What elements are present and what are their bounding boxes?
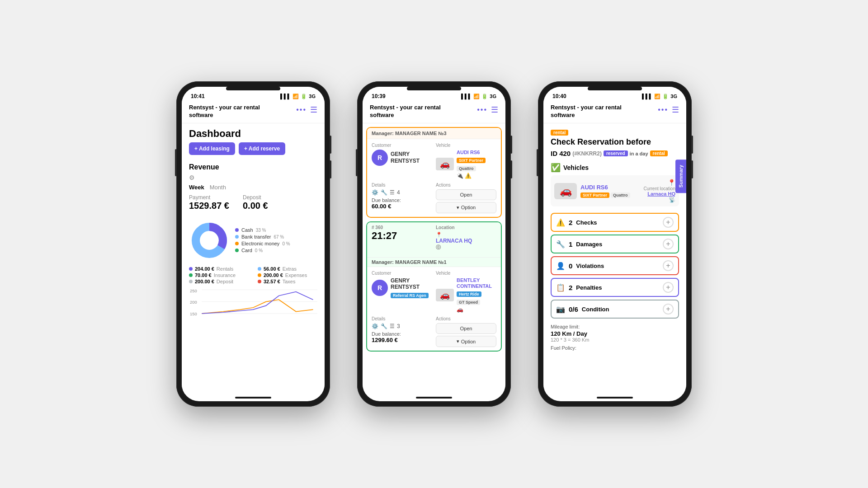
app-header-3: Rentsyst - your car rental software ••• … [543, 101, 686, 123]
add-leasing-button[interactable]: + Add leasing [189, 142, 235, 155]
rental-badge-top: rental [551, 130, 568, 136]
customer-vehicle-row-2: Customer R GENRY RENTSYST Referral RS Ag… [372, 271, 496, 313]
legend-dot-emoney [235, 242, 239, 245]
legend-label-cash: Cash [241, 227, 253, 233]
phone-notch-2 [407, 87, 461, 90]
checks-row[interactable]: ⚠️ 2 Checks + [551, 213, 679, 232]
val-rentals: 204.00 € [195, 266, 214, 272]
tool-icon-1: 🔧 [381, 189, 387, 196]
lbl-insurance: Insurance [214, 272, 236, 278]
vol-down-button-2[interactable] [510, 160, 512, 178]
card-manager-1: Manager: MANAGER NAME №3 [367, 128, 501, 139]
vol-up-button-1[interactable] [330, 136, 331, 154]
referral-badge: Referral RS Agen [391, 293, 429, 298]
check-title: Check Reservation before [551, 137, 679, 147]
due-balance-1: Due balance: [372, 197, 432, 203]
val-expenses: 200.00 € [264, 272, 283, 278]
damages-add-button[interactable]: + [663, 239, 674, 249]
week-tab[interactable]: Week [189, 184, 204, 191]
lbl-extras: Extras [283, 266, 297, 272]
in-a-day: in a day [630, 151, 648, 156]
payment-label: Payment [189, 194, 229, 201]
menu-icon-2[interactable]: ☰ [491, 105, 498, 115]
vehicle-icons-2: 🚗 [457, 306, 496, 313]
filter-icon[interactable]: ⚙ [189, 174, 317, 181]
month-tab[interactable]: Month [210, 184, 226, 191]
more-dots-icon-2[interactable]: ••• [477, 106, 487, 114]
detail-icons-1: ⚙️ 🔧 ☰ 4 [372, 189, 432, 196]
card-body-2: Customer R GENRY RENTSYST Referral RS Ag… [367, 267, 501, 351]
customer-info-2: R GENRY RENTSYST Referral RS Agen [372, 277, 432, 299]
penalties-add-button[interactable]: + [663, 282, 674, 293]
menu-icon-1[interactable]: ☰ [310, 105, 317, 115]
menu-icon-3[interactable]: ☰ [672, 105, 679, 115]
summary-tab[interactable]: Summary [675, 160, 686, 193]
amount-deposit: 200.00 € Deposit [189, 279, 249, 284]
section-title-row: ✅ Vehicles [551, 163, 589, 173]
deposit-label: Deposit [243, 194, 268, 201]
customer-info-1: R GENRY RENTSYST [372, 150, 432, 166]
vehicle-card-thumb: 🚗 [554, 183, 577, 199]
card-body-1: Customer R GENRY RENTSYST Vehicle 🚗 [367, 139, 501, 217]
details-col-1: Details ⚙️ 🔧 ☰ 4 Due balance: 60.00 € [372, 183, 432, 210]
condition-label: Condition [582, 306, 609, 313]
vehicle-col-2: Vehicle 🚗 BENTLEY CONTINENTAL Hertz Ride… [436, 271, 496, 313]
sixt-badge-3: SIXT Partner [580, 192, 609, 198]
details-actions-row-2: Details ⚙️ 🔧 ☰ 3 Due balance: 1299.60 € [372, 316, 496, 347]
more-dots-icon-1[interactable]: ••• [296, 106, 307, 114]
header-icons-2: ••• ☰ [477, 105, 498, 115]
open-button-1[interactable]: Open [436, 189, 496, 200]
list-icon-1: ☰ [390, 189, 395, 196]
condition-left: 📷 0/6 Condition [556, 305, 609, 314]
lbl-rentals: Rentals [217, 266, 233, 272]
chevron-icon-1: ▾ [457, 205, 459, 211]
home-indicator-1 [235, 397, 271, 399]
phone-notch-3 [588, 87, 642, 90]
open-button-2[interactable]: Open [436, 323, 496, 334]
customer-name-2: GENRY RENTSYST [391, 277, 432, 291]
violations-add-button[interactable]: + [663, 260, 674, 271]
phone-content-3: Summary rental Check Reservation before … [543, 123, 686, 394]
legend-bank: Bank transfer 67 % [235, 234, 290, 239]
option-button-2[interactable]: ▾ Option [436, 336, 496, 347]
vol-up-button-2[interactable] [510, 136, 512, 154]
power-button-2[interactable] [356, 149, 358, 176]
power-button-3[interactable] [537, 149, 538, 176]
manager-row-2: Manager: MANAGER NAME №1 [367, 258, 501, 267]
more-dots-icon-3[interactable]: ••• [658, 106, 668, 114]
customer-avatar-2: R [372, 280, 388, 296]
legend-dot-bank [235, 235, 239, 239]
vol-down-button-1[interactable] [330, 160, 331, 178]
vehicle-card-name: AUDI RS6 [580, 184, 640, 191]
penalties-row[interactable]: 📋 2 Penalties + [551, 278, 679, 297]
power-button-1[interactable] [175, 149, 177, 176]
app-header-2: Rentsyst - your car rental software ••• … [363, 101, 505, 123]
legend-label-card: Card [241, 248, 252, 253]
settings-icon-2: ⚙️ [372, 323, 378, 329]
condition-add-button[interactable]: + [663, 304, 674, 314]
dashboard-title: Dashboard [182, 123, 325, 142]
signal-icon-1: ▌▌▌ [280, 94, 291, 99]
violations-row[interactable]: 👤 0 Violations + [551, 256, 679, 275]
option-button-1[interactable]: ▾ Option [436, 202, 496, 213]
vol-up-button-3[interactable] [691, 136, 693, 154]
due-balance-2: Due balance: [372, 331, 432, 337]
revenue-title: Revenue [189, 163, 317, 171]
battery-icon-3: 🔋 [662, 94, 669, 99]
vehicle-badges: SIXT Partner Quattro [580, 192, 640, 198]
tool-icon-2: 🔧 [381, 323, 387, 329]
customer-name-wrapper-2: GENRY RENTSYST Referral RS Agen [391, 277, 432, 299]
vol-down-button-3[interactable] [691, 160, 693, 178]
header-icons-3: ••• ☰ [658, 105, 679, 115]
damages-row[interactable]: 🔧 1 Damages + [551, 235, 679, 253]
due-amount-1: 60.00 € [372, 203, 432, 210]
lbl-expenses: Expenses [285, 272, 307, 278]
condition-row[interactable]: 📷 0/6 Condition + [551, 300, 679, 319]
customer-name-1: GENRY RENTSYST [391, 151, 432, 164]
customer-avatar-1: R [372, 150, 388, 166]
fuel-policy-label: Fuel Policy: [551, 345, 679, 351]
add-reserve-button[interactable]: + Add reserve [239, 142, 285, 155]
hertz-badge: Hertz Ride [457, 291, 481, 297]
damages-count: 1 [569, 240, 572, 248]
checks-add-button[interactable]: + [663, 217, 674, 228]
